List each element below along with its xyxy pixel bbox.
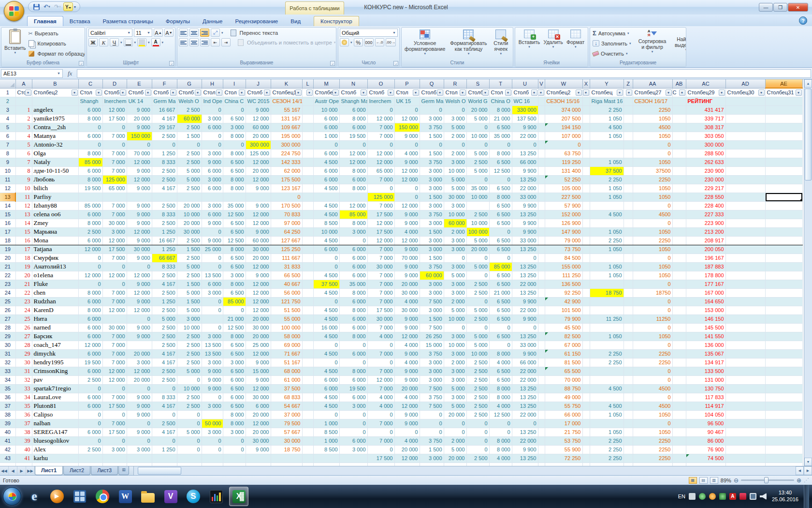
cell-AB30[interactable] — [672, 341, 686, 349]
cell-Z36[interactable] — [624, 393, 633, 402]
cell-J41[interactable]: 30 000 — [246, 436, 271, 445]
cell-I35[interactable]: 6 500 — [223, 384, 246, 393]
cell-AA10[interactable]: 37500 — [633, 166, 672, 175]
column-header-D[interactable]: D — [102, 79, 127, 88]
cell-B25[interactable]: Rudzhan — [32, 297, 78, 306]
cell-P36[interactable]: 4 000 — [394, 393, 420, 402]
cell-M11[interactable]: 6 000 — [313, 175, 339, 184]
decrease-indent-icon[interactable]: ⇤ — [211, 38, 220, 46]
cell-F31[interactable]: 4 167 — [152, 349, 177, 358]
cell-N27[interactable]: 6 000 — [339, 314, 367, 323]
filter-dropdown-icon[interactable]: ▼ — [195, 90, 201, 96]
cell-S17[interactable]: 100 000 — [466, 227, 489, 236]
dialog-launcher-icon[interactable]: ⌟ — [169, 61, 174, 66]
cell-T43[interactable]: 4 000 — [489, 454, 512, 463]
increase-decimal-icon[interactable]: ←.0 — [375, 38, 384, 46]
cell-A38[interactable]: 36 — [15, 410, 32, 419]
cell-L35[interactable] — [302, 384, 313, 393]
cell-G13[interactable] — [177, 193, 202, 201]
cell-E10[interactable]: 9 000 — [127, 166, 152, 175]
cell-W41[interactable]: 53 750 — [545, 436, 582, 445]
cell-Q6[interactable]: 1 500 — [420, 132, 444, 140]
cell-AC8[interactable]: 288 500 — [686, 149, 725, 158]
cell-S21[interactable]: 5 000 — [466, 262, 489, 271]
cell-AA38[interactable]: 1050 — [633, 410, 672, 419]
filter-dropdown-icon[interactable]: ▼ — [505, 90, 511, 96]
cell-Y9[interactable]: 1 050 — [590, 158, 624, 166]
cell-F18[interactable]: 16 667 — [152, 236, 177, 245]
cell-W24[interactable]: 92 250 — [545, 288, 582, 297]
cell-S14[interactable] — [466, 201, 489, 210]
cell-AD19[interactable] — [725, 245, 765, 254]
cell-Y14[interactable] — [590, 201, 624, 210]
cell-V16[interactable] — [538, 219, 545, 227]
cell-S32[interactable]: 2 500 — [466, 358, 489, 367]
cell-R12[interactable]: 5 000 — [444, 184, 466, 193]
cell-M27[interactable]: 4 500 — [313, 314, 339, 323]
cell-W40[interactable]: 21 750 — [545, 428, 582, 436]
cell-D27[interactable] — [102, 314, 127, 323]
cell-K28[interactable]: 100 000 — [271, 323, 302, 332]
cell-B43[interactable]: karhu — [32, 454, 78, 463]
cell-U12[interactable]: 22 000 — [512, 184, 538, 193]
cell-B42[interactable]: Alex — [32, 445, 78, 454]
row-header[interactable]: 14 — [0, 201, 15, 210]
cell-C14[interactable]: 85 000 — [78, 201, 102, 210]
cell-Z11[interactable] — [624, 175, 633, 184]
column-header-AD[interactable]: AD — [725, 79, 765, 88]
cell-E25[interactable]: 9 000 — [127, 297, 152, 306]
cell-F39[interactable]: 2 500 — [152, 419, 177, 428]
page-layout-view-button[interactable]: ▤ — [699, 477, 708, 484]
cell-H4[interactable]: 3 000 — [202, 114, 223, 123]
filter-dropdown-icon[interactable]: ▼ — [617, 90, 623, 96]
cell-I15[interactable]: 12 500 — [223, 210, 246, 219]
cell-AC7[interactable]: 300 000 — [686, 140, 725, 149]
cell-A23[interactable]: 21 — [15, 280, 32, 288]
cell-G14[interactable]: 20 000 — [177, 201, 202, 210]
cell-AD5[interactable] — [725, 123, 765, 132]
cell-G10[interactable]: 5 000 — [177, 166, 202, 175]
cell-U15[interactable]: 13 250 — [512, 210, 538, 219]
row-header[interactable] — [0, 463, 15, 466]
column-header-E[interactable]: E — [127, 79, 152, 88]
cell-X5[interactable] — [582, 123, 590, 132]
cell-A12[interactable]: 10 — [15, 184, 32, 193]
cell-Q41[interactable]: 3 750 — [420, 436, 444, 445]
cell-T8[interactable]: 8 000 — [489, 149, 512, 158]
cell-S16[interactable]: 10 000 — [466, 219, 489, 227]
cell-AA19[interactable]: 1050 — [633, 245, 672, 254]
cell-R27[interactable]: 10 000 — [444, 314, 466, 323]
cell-W7[interactable]: 0 — [545, 140, 582, 149]
cell-O27[interactable]: 30 000 — [367, 314, 394, 323]
tab-Разметка страницы[interactable]: Разметка страницы — [97, 16, 160, 26]
filter-dropdown-icon[interactable]: ▼ — [170, 90, 176, 96]
cell-F25[interactable]: 1 250 — [152, 297, 177, 306]
header-cell-U2[interactable]: WC 16 — [512, 97, 538, 105]
cell-AC15[interactable]: 227 333 — [686, 210, 725, 219]
cell-M24[interactable]: 4 500 — [313, 288, 339, 297]
cell-K25[interactable]: 121 750 — [271, 297, 302, 306]
cell-X40[interactable] — [582, 428, 590, 436]
cell-I17[interactable]: 6 500 — [223, 227, 246, 236]
cell-S36[interactable]: 2 500 — [466, 393, 489, 402]
cell-Q10[interactable]: 3 000 — [420, 166, 444, 175]
cell-A41[interactable]: 39 — [15, 436, 32, 445]
cell-AC12[interactable]: 229 217 — [686, 184, 725, 193]
cell-S9[interactable]: 2 500 — [466, 158, 489, 166]
cell-Q29[interactable]: 26 250 — [420, 332, 444, 341]
cell-M16[interactable]: 8 500 — [313, 219, 339, 227]
cell-styles-button[interactable]: Стили ячеек▾ — [491, 29, 511, 59]
cell-AD3[interactable] — [725, 105, 765, 114]
cell-partial[interactable] — [394, 463, 420, 466]
cell-C25[interactable]: 6 000 — [78, 297, 102, 306]
cell-Y31[interactable]: 2 250 — [590, 349, 624, 358]
cell-AC21[interactable]: 187 883 — [686, 262, 725, 271]
cell-U13[interactable]: 33 000 — [512, 193, 538, 201]
cell-O16[interactable]: 12 000 — [367, 219, 394, 227]
cell-P27[interactable]: 9 000 — [394, 314, 420, 323]
cell-C11[interactable]: 8 000 — [78, 175, 102, 184]
cell-H33[interactable]: 9 000 — [202, 367, 223, 375]
cell-AC11[interactable]: 230 000 — [686, 175, 725, 184]
cell-A31[interactable]: 29 — [15, 349, 32, 358]
row-header[interactable]: 7 — [0, 140, 15, 149]
